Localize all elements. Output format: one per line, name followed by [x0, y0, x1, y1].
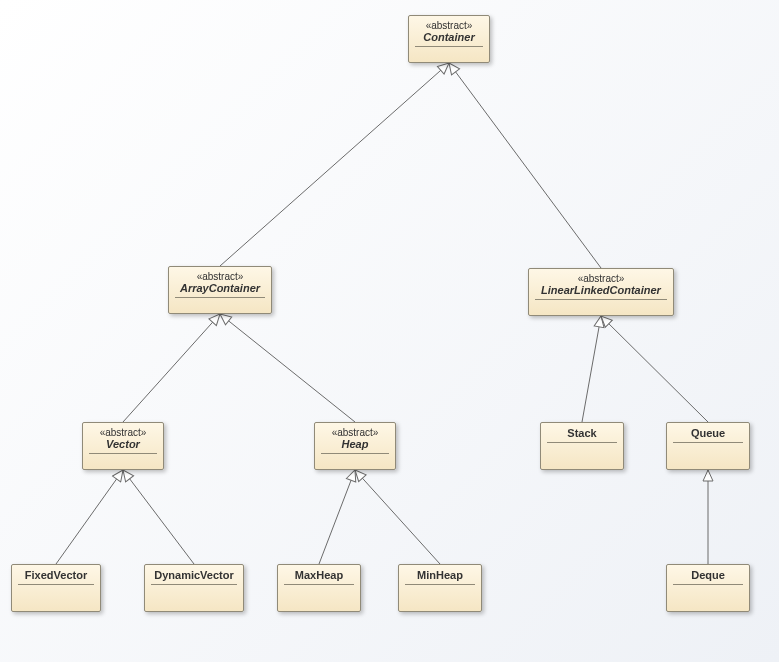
class-array-container[interactable]: «abstract» ArrayContainer [168, 266, 272, 314]
class-separator [547, 442, 617, 443]
generalization-edge [582, 316, 601, 422]
class-min-heap[interactable]: MinHeap [398, 564, 482, 612]
stereotype-label: «abstract» [197, 271, 244, 282]
class-separator [321, 453, 389, 454]
class-separator [151, 584, 237, 585]
generalization-edge [56, 470, 123, 564]
class-title: Stack [567, 427, 596, 439]
class-title: LinearLinkedContainer [541, 284, 661, 296]
class-title: ArrayContainer [180, 282, 260, 294]
class-container[interactable]: «abstract» Container [408, 15, 490, 63]
class-heap[interactable]: «abstract» Heap [314, 422, 396, 470]
class-separator [405, 584, 475, 585]
generalization-edge [319, 470, 355, 564]
class-separator [415, 46, 483, 47]
diagram-canvas: «abstract» Container «abstract» ArrayCon… [0, 0, 779, 662]
class-separator [284, 584, 354, 585]
class-title: Container [423, 31, 474, 43]
class-title: FixedVector [25, 569, 87, 581]
class-separator [673, 442, 743, 443]
class-linear-linked-container[interactable]: «abstract» LinearLinkedContainer [528, 268, 674, 316]
class-deque[interactable]: Deque [666, 564, 750, 612]
class-max-heap[interactable]: MaxHeap [277, 564, 361, 612]
generalization-edge [123, 470, 194, 564]
class-title: Deque [691, 569, 725, 581]
class-queue[interactable]: Queue [666, 422, 750, 470]
class-vector[interactable]: «abstract» Vector [82, 422, 164, 470]
generalization-edge [355, 470, 440, 564]
class-title: Vector [106, 438, 140, 450]
stereotype-label: «abstract» [578, 273, 625, 284]
edges-layer [0, 0, 779, 662]
generalization-edge [449, 63, 601, 268]
class-title: Heap [342, 438, 369, 450]
class-fixed-vector[interactable]: FixedVector [11, 564, 101, 612]
generalization-edge [220, 314, 355, 422]
class-dynamic-vector[interactable]: DynamicVector [144, 564, 244, 612]
class-title: MinHeap [417, 569, 463, 581]
class-title: MaxHeap [295, 569, 343, 581]
stereotype-label: «abstract» [332, 427, 379, 438]
class-separator [673, 584, 743, 585]
generalization-edge [123, 314, 220, 422]
generalization-edge [601, 316, 708, 422]
stereotype-label: «abstract» [100, 427, 147, 438]
stereotype-label: «abstract» [426, 20, 473, 31]
class-separator [175, 297, 265, 298]
class-title: Queue [691, 427, 725, 439]
class-title: DynamicVector [154, 569, 233, 581]
class-separator [89, 453, 157, 454]
generalization-edge [220, 63, 449, 266]
class-separator [18, 584, 94, 585]
class-stack[interactable]: Stack [540, 422, 624, 470]
class-separator [535, 299, 667, 300]
